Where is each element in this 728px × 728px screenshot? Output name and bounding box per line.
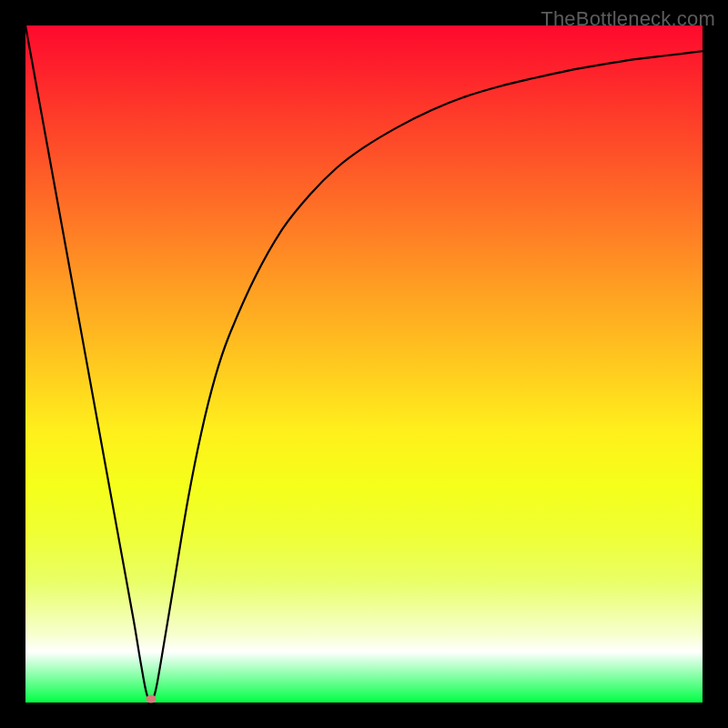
bottleneck-curve-path [25,25,703,700]
minimum-marker [146,695,156,703]
plot-area [25,25,703,703]
chart-container: TheBottleneck.com [0,0,728,728]
curve-svg [25,25,703,703]
